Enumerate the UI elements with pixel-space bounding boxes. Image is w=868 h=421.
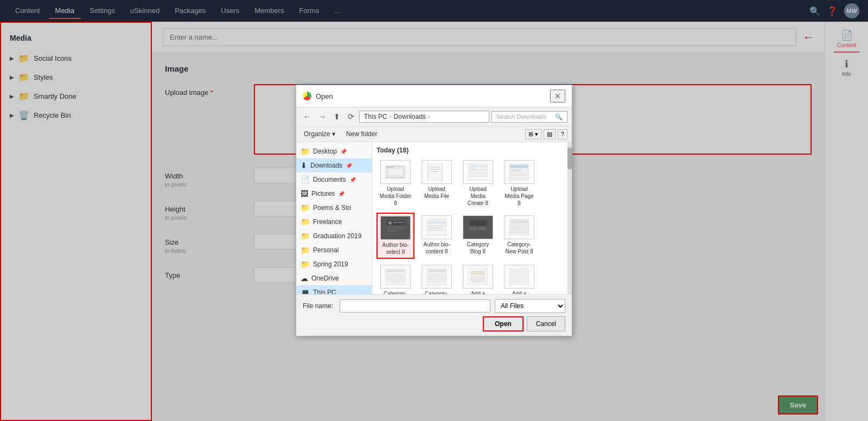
new-folder-label: New folder: [346, 130, 377, 138]
view-grid-button[interactable]: ⊞ ▾: [525, 129, 541, 139]
svg-rect-47: [510, 270, 528, 284]
pin-icon: 📌: [340, 149, 347, 155]
svg-rect-22: [387, 226, 404, 227]
search-box[interactable]: Search Downloads 🔍: [492, 111, 567, 123]
svg-rect-23: [387, 228, 404, 229]
svg-rect-14: [510, 165, 528, 168]
file-name: Category-SEO 8: [420, 290, 453, 294]
file-thumb: [380, 160, 411, 184]
file-thumb: [504, 215, 534, 239]
file-item-category-content[interactable]: Category-Content 8: [376, 262, 414, 294]
breadcrumb-bar[interactable]: This PC › Downloads ›: [359, 111, 489, 123]
left-nav-spring[interactable]: 📁 Spring 2019: [296, 257, 372, 271]
svg-rect-9: [478, 165, 487, 168]
svg-rect-32: [469, 227, 477, 231]
left-nav-label: Downloads: [310, 162, 342, 169]
file-name: Add a: [471, 290, 485, 294]
svg-rect-21: [393, 222, 403, 223]
file-name-row: File name: All Files: [303, 299, 565, 313]
file-item-category-blog[interactable]: Category Blog 8: [459, 213, 497, 259]
folder-icon: 📁: [301, 232, 310, 240]
svg-rect-4: [430, 167, 439, 168]
left-nav-freelance[interactable]: 📁 Freelance: [296, 215, 372, 229]
left-nav-downloads[interactable]: ⬇ Downloads 📌: [296, 158, 372, 173]
back-button[interactable]: ←: [301, 111, 314, 123]
breadcrumb-downloads: Downloads: [394, 113, 426, 120]
dialog-titlebar: Open ✕: [296, 85, 572, 107]
file-item-category-new-post[interactable]: Category-New Post 8: [500, 213, 538, 259]
file-name: Upload Media Page 8: [503, 186, 535, 207]
file-name: Category Blog 8: [462, 241, 494, 255]
svg-point-20: [388, 221, 392, 225]
download-icon: ⬇: [301, 161, 307, 170]
left-nav-pictures[interactable]: 🖼 Pictures 📌: [296, 187, 372, 201]
view-detail-button[interactable]: ▤: [544, 129, 556, 139]
svg-rect-27: [428, 225, 445, 226]
left-nav-poems[interactable]: 📁 Poems & Sto: [296, 201, 372, 215]
file-item-author-bio-content[interactable]: Author bio-content 8: [418, 213, 456, 259]
dialog-body: 📁 Desktop 📌 ⬇ Downloads 📌 📄 Documents 📌 …: [296, 142, 572, 294]
group-label: Today (18): [376, 146, 563, 154]
left-nav-label: Documents: [313, 176, 346, 183]
cancel-button[interactable]: Cancel: [527, 316, 565, 331]
svg-rect-36: [510, 225, 528, 233]
dialog-footer: File name: All Files Open Cancel: [296, 294, 572, 336]
left-nav-this-pc[interactable]: 💻 This PC: [296, 285, 372, 294]
refresh-button[interactable]: ⟳: [345, 111, 357, 123]
file-thumb: [504, 265, 534, 289]
svg-rect-44: [470, 271, 486, 275]
footer-buttons: Open Cancel: [303, 316, 565, 331]
file-item-category-seo[interactable]: Category-SEO 8: [418, 262, 456, 294]
svg-rect-33: [478, 227, 487, 231]
left-nav-documents[interactable]: 📄 Documents 📌: [296, 173, 372, 187]
left-nav-desktop[interactable]: 📁 Desktop 📌: [296, 144, 372, 158]
scrollbar-thumb[interactable]: [567, 148, 572, 169]
file-thumb: [422, 160, 452, 184]
folder-icon: 📁: [301, 218, 310, 226]
dialog-overlay: Open ✕ ← → ⬆ ⟳ This PC › Downloads › Sea…: [0, 0, 868, 421]
file-item-upload-media-file[interactable]: Upload Media File: [418, 157, 456, 209]
file-name-label: File name:: [303, 302, 335, 310]
file-area: Today (18) Upload Media Folder 8 Upload …: [372, 142, 567, 294]
up-button[interactable]: ⬆: [331, 111, 343, 123]
svg-rect-38: [387, 270, 404, 272]
left-nav-graduation[interactable]: 📁 Graduation 2019: [296, 229, 372, 243]
file-name: Author bio-content 8: [420, 241, 453, 255]
file-item-add-a-1[interactable]: Add a: [459, 262, 497, 294]
file-item-upload-media-page[interactable]: Upload Media Page 8: [500, 157, 538, 209]
left-nav-personal[interactable]: 📁 Personal: [296, 243, 372, 257]
dialog-close-button[interactable]: ✕: [550, 90, 565, 103]
folder-icon: 📁: [301, 147, 310, 156]
scrollbar-track[interactable]: [567, 142, 572, 294]
file-name: Upload Media Create 8: [462, 186, 494, 207]
new-folder-button[interactable]: New folder: [343, 129, 380, 139]
left-nav-onedrive[interactable]: ☁ OneDrive: [296, 271, 372, 285]
open-button[interactable]: Open: [483, 316, 524, 331]
svg-rect-28: [428, 227, 443, 228]
file-item-upload-media-create[interactable]: Upload Media Create 8: [459, 157, 497, 209]
forward-button[interactable]: →: [316, 111, 329, 123]
svg-rect-15: [510, 169, 521, 171]
svg-rect-8: [469, 165, 477, 171]
file-thumb: [380, 265, 411, 289]
file-name-input[interactable]: [340, 299, 490, 312]
svg-rect-12: [469, 175, 487, 177]
pin-icon: 📌: [346, 163, 352, 169]
folder-icon: 📁: [301, 203, 310, 212]
file-item-upload-media-folder[interactable]: Upload Media Folder 8: [376, 157, 414, 209]
file-item-add-a-2[interactable]: Add a: [500, 262, 538, 294]
file-name: Category-New Post 8: [503, 241, 535, 255]
file-name: Upload Media File: [420, 186, 453, 200]
help-dialog-button[interactable]: ?: [558, 129, 567, 139]
left-nav-label: Personal: [313, 246, 339, 254]
cloud-icon: ☁: [301, 274, 308, 283]
dialog-actions: Organize ▾ New folder ⊞ ▾ ▤ ?: [296, 126, 572, 142]
svg-rect-39: [387, 273, 404, 283]
svg-rect-45: [470, 276, 486, 283]
dialog-title-left: Open: [303, 92, 333, 100]
file-item-author-bio-select[interactable]: Author bio-select 8: [376, 213, 414, 259]
file-name: Add a: [512, 290, 526, 294]
file-type-select[interactable]: All Files: [495, 299, 565, 313]
organize-button[interactable]: Organize ▾: [301, 129, 339, 139]
breadcrumb-sep2: ›: [428, 113, 430, 120]
